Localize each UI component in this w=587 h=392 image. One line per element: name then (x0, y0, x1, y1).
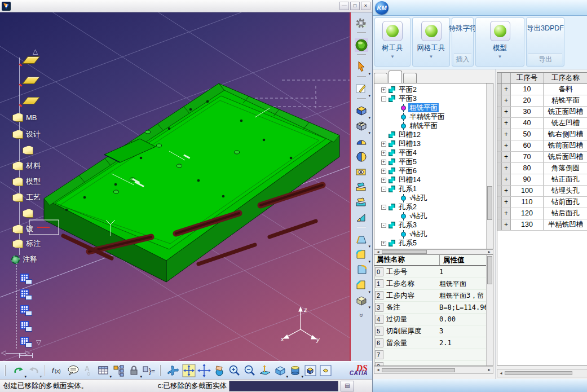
toolbar-handle[interactable] (44, 365, 47, 376)
doc-tab[interactable] (374, 73, 387, 83)
spec-tree-item[interactable]: MB (12, 112, 37, 123)
process-table-row[interactable]: + 60 铣前面凹槽 (497, 140, 587, 152)
scrollbar-thumb[interactable] (487, 256, 492, 284)
process-name-cell[interactable]: 钻前面孔 (544, 197, 587, 208)
equivalent-dimensions-icon[interactable]: }= (142, 363, 157, 378)
row-selector[interactable] (497, 95, 502, 106)
scrollbar-thumb[interactable] (382, 368, 455, 372)
scroll-right-icon[interactable]: ▸ (486, 367, 493, 373)
redo-icon[interactable] (26, 363, 41, 378)
process-name-cell[interactable]: 铣前面凹槽 (544, 140, 587, 151)
process-table-row[interactable]: + 10 备料 (497, 84, 587, 95)
tree-item[interactable]: 孔系1 (374, 184, 493, 193)
design-table-icon[interactable] (96, 363, 111, 378)
spec-tree-item[interactable]: 模型 (12, 176, 41, 187)
property-value[interactable]: B=8;L=114.967 (439, 303, 492, 311)
property-value[interactable]: 0.00 (439, 315, 456, 323)
spec-tree-item[interactable] (20, 272, 32, 283)
tree-item[interactable]: 精铣平面 (374, 121, 493, 130)
view-mode-shading-icon[interactable] (303, 363, 318, 378)
process-name-cell[interactable]: 精铣平面 (544, 95, 587, 106)
property-row[interactable]: 2 工步内容 粗铣平面3，留 (374, 290, 493, 302)
property-row[interactable]: 7 (374, 349, 493, 361)
3d-viewport[interactable]: z x y △ ▽ ◁ ▷ (0, 12, 350, 361)
process-name-cell[interactable]: 铣左凹槽 (544, 118, 587, 129)
process-name-cell[interactable]: 角落倒圆 (544, 163, 587, 174)
tree-item[interactable]: √钻孔 (374, 193, 493, 202)
undo-icon[interactable] (11, 363, 26, 378)
tree-item[interactable]: 孔系2 (374, 202, 493, 212)
process-id-cell[interactable]: 80 (511, 163, 544, 174)
rib-icon[interactable] (354, 179, 369, 195)
row-expander-icon[interactable]: + (502, 186, 511, 196)
text-template-icon[interactable]: A (81, 363, 96, 378)
tree-expander-icon[interactable] (381, 187, 386, 192)
process-table-row[interactable]: + 40 铣左凹槽 (497, 118, 587, 129)
zoom-in-icon[interactable] (227, 363, 242, 378)
fly-mode-icon[interactable] (166, 363, 181, 378)
process-table-row[interactable]: + 70 铣后面凹槽 (497, 152, 587, 163)
pocket-icon[interactable] (354, 118, 369, 134)
chamfer-icon[interactable] (354, 278, 369, 293)
stiffener-icon[interactable] (354, 210, 369, 225)
shell-icon[interactable] (354, 293, 369, 308)
property-row[interactable]: 6 留余量 2.1 (374, 337, 493, 349)
tree-item[interactable]: 平面6 (374, 166, 493, 175)
process-table-row[interactable]: + 100 钻埋头孔 (497, 186, 587, 197)
scroll-left-icon[interactable]: ◂ (374, 249, 382, 255)
spec-tree-item[interactable]: 工艺 (12, 192, 41, 203)
spec-tree-item[interactable] (20, 319, 32, 331)
scroll-left-icon[interactable]: ◂ (374, 367, 382, 373)
property-value[interactable]: 3 (439, 327, 443, 335)
zoom-out-icon[interactable] (242, 363, 257, 378)
fit-all-icon[interactable] (181, 363, 196, 378)
scroll-left-icon[interactable]: ◂ (497, 371, 505, 376)
scroll-right-icon[interactable]: ▸ (486, 249, 493, 255)
close-button[interactable]: × (361, 2, 370, 10)
tree-expander-icon[interactable] (381, 241, 386, 246)
tree-item[interactable]: 平面2 (374, 85, 493, 94)
process-table-row[interactable]: + 130 半精铣凹槽 (497, 219, 587, 231)
process-name-cell[interactable]: 钻埋头孔 (544, 186, 587, 196)
spec-tree-item[interactable] (23, 144, 36, 156)
tree-item[interactable]: 凹槽14 (374, 175, 493, 184)
tree-expander-icon[interactable] (381, 87, 386, 93)
pad-icon[interactable] (354, 103, 369, 118)
ribbon-button[interactable]: 模型 ▼ (475, 17, 524, 67)
process-name-cell[interactable]: 钻后面孔 (544, 208, 587, 219)
tree-item[interactable]: 凹槽13 (374, 139, 493, 148)
process-name-cell[interactable]: 半精铣凹槽 (544, 219, 587, 230)
render-style-icon[interactable] (288, 363, 303, 378)
spec-tree-item[interactable]: 镀 (12, 223, 33, 235)
toolbar-separator[interactable] (357, 32, 366, 36)
tree-item[interactable]: 平面3 (374, 94, 493, 103)
process-name-cell[interactable]: 铣后面凹槽 (544, 152, 587, 162)
row-expander-icon[interactable]: + (502, 152, 511, 162)
row-expander-icon[interactable]: + (502, 84, 511, 95)
formula-icon[interactable]: f (x) (50, 363, 65, 378)
process-name-cell[interactable]: 备料 (544, 84, 587, 95)
toolbar-separator[interactable] (357, 54, 366, 58)
process-table-row[interactable]: + 120 钻后面孔 (497, 208, 587, 219)
process-table-row[interactable]: + 30 铣正面凹槽 (497, 107, 587, 118)
pan-icon[interactable] (196, 363, 211, 378)
3d-scene[interactable]: z x y (0, 12, 350, 361)
tree-expander-icon[interactable] (381, 178, 386, 183)
spec-tree-item[interactable] (20, 288, 32, 299)
tree-item[interactable]: 半精铣平面 (374, 112, 493, 121)
tree-item[interactable]: 凹槽12 (374, 130, 493, 139)
doc-tab[interactable] (389, 71, 402, 83)
row-expander-icon[interactable]: + (502, 197, 511, 208)
row-expander-icon[interactable]: + (502, 174, 511, 185)
row-expander-icon[interactable]: + (502, 107, 511, 117)
view-mode-edges-icon[interactable] (318, 363, 333, 378)
ribbon-button[interactable]: 树工具 ▼ (374, 17, 411, 67)
spec-tree-item[interactable]: 标注 (12, 238, 41, 249)
spec-tree-item[interactable]: 设计 (12, 129, 41, 140)
process-table-row[interactable]: + 90 钻正面孔 (497, 174, 587, 186)
row-expander-icon[interactable]: + (502, 140, 511, 151)
toolbar-handle[interactable] (5, 365, 8, 376)
tree-item[interactable]: 孔系5 (374, 239, 493, 248)
property-value[interactable]: 1 (439, 268, 443, 276)
normal-view-icon[interactable] (257, 363, 272, 378)
